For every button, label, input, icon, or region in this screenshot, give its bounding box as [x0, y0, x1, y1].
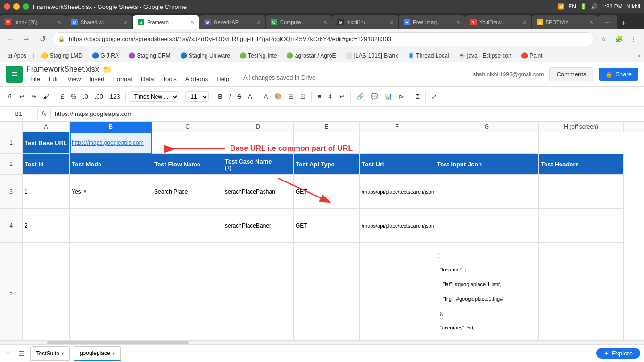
text-color-button[interactable]: A: [261, 91, 271, 102]
comments-button[interactable]: Comments: [549, 67, 593, 81]
bookmark-las[interactable]: ⬜ [LAS-1019] Blank: [342, 51, 402, 60]
cell-g3[interactable]: [435, 175, 539, 209]
tab-free-img[interactable]: F Free Imag... ×: [399, 15, 465, 29]
cell-g1[interactable]: [435, 132, 539, 154]
cell-d5[interactable]: [223, 243, 294, 340]
cell-a5[interactable]: [23, 243, 70, 340]
cell-c2[interactable]: Test Flow Name: [152, 154, 223, 175]
col-header-h[interactable]: H (off screen): [539, 122, 624, 132]
cell-f5[interactable]: [360, 243, 435, 340]
cell-f3[interactable]: /maps/api/place/textsearch/json: [360, 175, 435, 209]
menu-view[interactable]: View: [64, 74, 84, 84]
cell-h3[interactable]: [539, 175, 624, 209]
cell-c4[interactable]: [152, 209, 223, 243]
tab-framework-close[interactable]: ×: [190, 18, 194, 26]
tab-generic-close[interactable]: ×: [257, 18, 261, 26]
back-button[interactable]: ←: [4, 33, 17, 46]
bookmark-staging-uni[interactable]: 🔵 Staging Uniware: [176, 51, 234, 60]
cell-g4[interactable]: [435, 209, 539, 243]
bookmark-staging-lmd[interactable]: 🟡 Staging LMD: [37, 51, 86, 60]
row-number-1[interactable]: 1: [0, 132, 23, 154]
chart-button[interactable]: 📊: [382, 91, 395, 102]
tab-nikhil-close[interactable]: ×: [390, 18, 394, 26]
row-number-4[interactable]: 4: [0, 209, 23, 243]
cell-h4[interactable]: [539, 209, 624, 243]
tab-inbox[interactable]: M Inbox (26) ×: [0, 15, 66, 29]
bookmark-testng[interactable]: 🟢 TestNg-Inte: [236, 51, 281, 60]
sheet-tab-googleplace[interactable]: googleplace ▾: [74, 346, 121, 361]
cell-f2[interactable]: Test Url: [360, 154, 435, 175]
cell-d4[interactable]: serachPlaceBaner: [223, 209, 294, 243]
cell-c3[interactable]: Search Place: [152, 175, 223, 209]
new-tab-button[interactable]: +: [618, 17, 629, 29]
link-button[interactable]: 🔗: [354, 91, 367, 102]
tab-youi[interactable]: Y YouiDraw... ×: [465, 15, 531, 29]
more-bookmarks-button[interactable]: »: [637, 52, 640, 59]
cell-g2[interactable]: Test Input Json: [435, 154, 539, 175]
filter-button[interactable]: ⊳: [396, 91, 407, 102]
expand-button[interactable]: ⤢: [429, 91, 439, 102]
tab-generic[interactable]: G GenericAP... ×: [199, 15, 265, 29]
share-button[interactable]: 🔒 Share: [599, 68, 638, 81]
add-sheet-button[interactable]: +: [4, 346, 13, 360]
bookmark-star-button[interactable]: ☆: [597, 33, 610, 46]
col-header-b[interactable]: B: [70, 122, 152, 132]
minimize-window-button[interactable]: [13, 3, 20, 10]
menu-format[interactable]: Format: [109, 74, 136, 84]
fill-color-button[interactable]: 🎨: [272, 91, 285, 102]
undo-button[interactable]: ↩: [17, 91, 27, 102]
sheet-tab-googleplace-arrow[interactable]: ▾: [112, 351, 115, 356]
cell-f1[interactable]: [360, 132, 435, 154]
tab-compute-close[interactable]: ×: [323, 18, 327, 26]
row-number-3[interactable]: 3: [0, 175, 23, 209]
bold-button[interactable]: B: [215, 91, 225, 102]
valign-button[interactable]: ⇕: [325, 91, 336, 102]
borders-button[interactable]: ⊞: [286, 91, 297, 102]
decimal-dec-button[interactable]: .0: [80, 91, 91, 102]
bookmark-paint[interactable]: 🔴 Paint: [517, 51, 546, 60]
reload-button[interactable]: ↺: [36, 33, 49, 46]
cell-b4[interactable]: [70, 209, 152, 243]
cell-d1[interactable]: [223, 132, 294, 154]
cell-b5[interactable]: [70, 243, 152, 340]
tab-nikhil[interactable]: G nikhil14/... ×: [332, 15, 398, 29]
forward-button[interactable]: →: [20, 33, 33, 46]
tab-inbox-close[interactable]: ×: [58, 18, 61, 26]
cell-g5[interactable]: { "location": { "lat": #googleplace.1.la…: [435, 243, 539, 340]
paint-format-button[interactable]: 🖌: [40, 91, 52, 102]
tab-5potk[interactable]: 5 5POTkAz... ×: [532, 15, 598, 29]
menu-insert[interactable]: Insert: [85, 74, 108, 84]
cell-d3[interactable]: serachPlacePashan: [223, 175, 294, 209]
bookmark-java[interactable]: ☕ java - Eclipse con: [454, 51, 515, 60]
tab-overflow[interactable]: ⋯: [598, 15, 617, 29]
cell-e3[interactable]: GET: [294, 175, 360, 209]
menu-tools[interactable]: Tools: [158, 74, 180, 84]
bookmark-staging-crm[interactable]: 🟣 Staging CRM: [124, 51, 174, 60]
col-header-g[interactable]: G: [435, 122, 539, 132]
tab-youi-close[interactable]: ×: [523, 18, 527, 26]
bookmark-apps[interactable]: ⊞ Apps: [4, 51, 30, 60]
col-header-d[interactable]: D: [223, 122, 294, 132]
comment-button[interactable]: 💬: [368, 91, 381, 102]
cell-b2[interactable]: Test Mode: [70, 154, 152, 175]
tab-free-img-close[interactable]: ×: [456, 18, 460, 26]
cell-a2[interactable]: Test Id: [23, 154, 70, 175]
cell-h5[interactable]: [539, 243, 624, 340]
cell-a4[interactable]: 2: [23, 209, 70, 243]
redo-button[interactable]: ↪: [28, 91, 39, 102]
tab-shared[interactable]: D Shared wi... ×: [66, 15, 132, 29]
menu-data[interactable]: Data: [137, 74, 157, 84]
sheet-tab-testsuite-arrow[interactable]: ▾: [61, 351, 64, 356]
italic-button[interactable]: I: [226, 91, 234, 102]
format-num-button[interactable]: 123: [107, 91, 123, 102]
horizontal-scrollbar[interactable]: [0, 340, 644, 344]
sheet-tab-testsuite[interactable]: TestSuite ▾: [30, 346, 70, 361]
bookmark-jira[interactable]: 🔵 G JIRA: [88, 51, 123, 60]
cell-reference[interactable]: B1: [0, 108, 38, 119]
col-header-c[interactable]: C: [152, 122, 223, 132]
formula-content[interactable]: https://maps.googleapis.com: [51, 108, 644, 119]
tab-compute[interactable]: C Compute... ×: [266, 15, 332, 29]
strikethrough-button[interactable]: S: [234, 91, 244, 102]
menu-help[interactable]: Help: [213, 74, 233, 84]
wrap-button[interactable]: ↵: [337, 91, 347, 102]
